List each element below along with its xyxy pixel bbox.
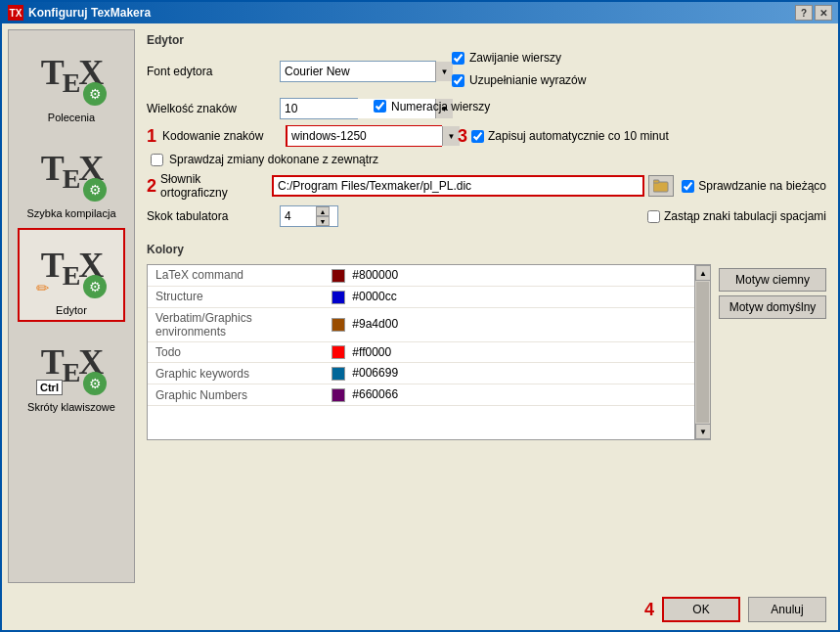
close-button[interactable]: ✕ [815, 5, 832, 21]
color-name: Todo [148, 341, 324, 363]
colors-scrollbar[interactable]: ▲ ▼ [694, 265, 710, 439]
external-row: Sprawdzaj zmiany dokonane z zewnątrz [151, 153, 826, 166]
external-checkbox[interactable] [151, 154, 163, 166]
scroll-down-btn[interactable]: ▼ [695, 424, 711, 439]
annot-2: 2 [147, 176, 156, 197]
size-combo[interactable]: ▼ [280, 98, 358, 119]
replace-tab-label: Zastąp znaki tabulacji spacjami [664, 209, 826, 223]
linenums-checkbox[interactable] [374, 100, 386, 113]
autosave-row: 3 Zapisuj automatycznie co 10 minut [458, 126, 669, 147]
annot-4: 4 [644, 600, 654, 620]
font-row: Font edytora ▼ Zawijanie wierszy Uzupełn… [147, 51, 826, 92]
dict-label: Słownik ortograficzny [160, 172, 268, 200]
colors-section: Kolory LaTeX command #800000 Structure #… [141, 243, 832, 583]
tab-spin-down[interactable]: ▼ [316, 216, 330, 226]
table-row[interactable]: Verbatim/Graphics environments #9a4d00 [148, 307, 710, 341]
cancel-button[interactable]: Anuluj [748, 597, 826, 622]
font-combo[interactable]: ▼ [280, 61, 436, 82]
content-area: TEX ⚙ Polecenia TEX ⚙ Szybka kompilacja … [2, 23, 838, 589]
color-name: Graphic keywords [148, 363, 324, 384]
color-value: #006699 [324, 363, 710, 384]
editor-section: Edytor Font edytora ▼ Zawijanie wierszy [141, 29, 832, 237]
font-input[interactable] [281, 62, 435, 81]
bottom-bar: 4 OK Anuluj [2, 589, 838, 630]
table-row[interactable]: Graphic keywords #006699 [148, 363, 710, 384]
realtime-label: Sprawdzanie na bieżąco [698, 179, 826, 193]
size-label: Wielkość znaków [147, 102, 274, 115]
check-realtime-row: Sprawdzanie na bieżąco [682, 179, 826, 193]
encoding-input[interactable] [287, 126, 442, 146]
complete-label: Uzupełnianie wyrazów [469, 73, 586, 87]
sidebar-item-szybka[interactable]: TEX ⚙ Szybka kompilacja [18, 132, 125, 224]
right-checks-top: Zawijanie wierszy Uzupełnianie wyrazów [452, 51, 586, 92]
folder-button[interactable] [648, 175, 674, 197]
theme-buttons: Motyw ciemny Motyw domyślny [719, 268, 826, 583]
sidebar-item-edytor[interactable]: TEX ✏ ⚙ Edytor [18, 228, 125, 322]
tab-label: Skok tabulatora [147, 209, 274, 223]
tab-spin-up[interactable]: ▲ [316, 206, 330, 216]
edytor-icon: TEX ✏ ⚙ [32, 234, 111, 302]
app-icon: TX [8, 5, 23, 21]
titlebar-left: TX Konfiguruj TexMakera [8, 5, 151, 21]
dict-input[interactable] [272, 175, 644, 197]
annot-3: 3 [458, 126, 467, 147]
color-swatch [332, 388, 345, 402]
tab-row: Skok tabulatora ▲ ▼ Zastąp znaki tabulac… [147, 205, 826, 227]
table-row[interactable]: LaTeX command #800000 [148, 265, 710, 286]
autosave-checkbox[interactable] [471, 130, 484, 143]
main-panel: Edytor Font edytora ▼ Zawijanie wierszy [141, 29, 832, 583]
scroll-thumb[interactable] [696, 282, 709, 423]
sidebar: TEX ⚙ Polecenia TEX ⚙ Szybka kompilacja … [8, 29, 135, 583]
table-row[interactable]: Graphic Numbers #660066 [148, 384, 710, 406]
help-button[interactable]: ? [795, 5, 813, 21]
linenums-label: Numeracja wierszy [391, 100, 490, 113]
color-name: LaTeX command [148, 265, 324, 286]
titlebar: TX Konfiguruj TexMakera ? ✕ [2, 2, 838, 23]
replace-tab-checkbox[interactable] [647, 210, 660, 223]
external-label: Sprawdzaj zmiany dokonane z zewnątrz [169, 153, 378, 166]
theme-dark-btn[interactable]: Motyw ciemny [719, 268, 826, 292]
polecenia-icon: TEX ⚙ [32, 41, 111, 110]
dict-row: 2 Słownik ortograficzny Sprawdzanie na b… [147, 172, 826, 200]
sidebar-label-skroty: Skróty klawiszowe [27, 401, 115, 413]
sidebar-item-skroty[interactable]: TEX Ctrl ⚙ Skróty klawiszowe [18, 326, 125, 418]
sidebar-item-polecenia[interactable]: TEX ⚙ Polecenia [18, 36, 125, 128]
wrap-checkbox[interactable] [452, 52, 464, 65]
colors-content: LaTeX command #800000 Structure #0000cc … [147, 264, 826, 583]
line-numbers-check-row: Numeracja wierszy [374, 100, 490, 118]
colors-table: LaTeX command #800000 Structure #0000cc … [148, 265, 710, 406]
color-value: #9a4d00 [324, 307, 710, 341]
font-arrow[interactable]: ▼ [435, 62, 453, 81]
table-row[interactable]: Todo #ff0000 [148, 341, 710, 363]
color-name: Verbatim/Graphics environments [148, 307, 324, 341]
complete-checkbox[interactable] [452, 74, 464, 87]
color-swatch [332, 269, 345, 283]
color-value: #660066 [324, 384, 710, 406]
gear-icon-2: ⚙ [83, 178, 107, 202]
tab-spinner[interactable]: ▲ ▼ [280, 205, 338, 227]
ok-button[interactable]: OK [662, 597, 740, 622]
gear-icon-3: ⚙ [83, 275, 107, 298]
sidebar-label-polecenia: Polecenia [48, 112, 95, 123]
encoding-combo[interactable]: ▼ [286, 125, 442, 147]
ctrl-box: Ctrl [36, 380, 63, 395]
table-row[interactable]: Structure #0000cc [148, 286, 710, 307]
skroty-icon: TEX Ctrl ⚙ [32, 331, 111, 399]
szybka-icon: TEX ⚙ [32, 137, 111, 205]
encoding-row: 1 Kodowanie znaków ▼ 3 Zapisuj automatyc… [147, 125, 826, 147]
svg-rect-1 [653, 180, 659, 183]
encoding-label: Kodowanie znaków [162, 129, 280, 143]
main-window: TX Konfiguruj TexMakera ? ✕ TEX ⚙ Polece… [0, 0, 840, 632]
color-swatch [332, 345, 345, 359]
color-name: Graphic Numbers [148, 384, 324, 406]
realtime-checkbox[interactable] [682, 180, 694, 193]
theme-default-btn[interactable]: Motyw domyślny [719, 295, 826, 319]
font-label: Font edytora [147, 65, 274, 78]
color-swatch [332, 318, 345, 332]
tab-input[interactable] [281, 206, 316, 226]
scroll-up-btn[interactable]: ▲ [695, 265, 711, 281]
wrench-icon: ✏ [36, 279, 56, 298]
tab-spin-arrows: ▲ ▼ [316, 206, 330, 226]
color-value: #0000cc [324, 286, 710, 307]
size-row: Wielkość znaków ▼ Numeracja wierszy [147, 98, 826, 119]
